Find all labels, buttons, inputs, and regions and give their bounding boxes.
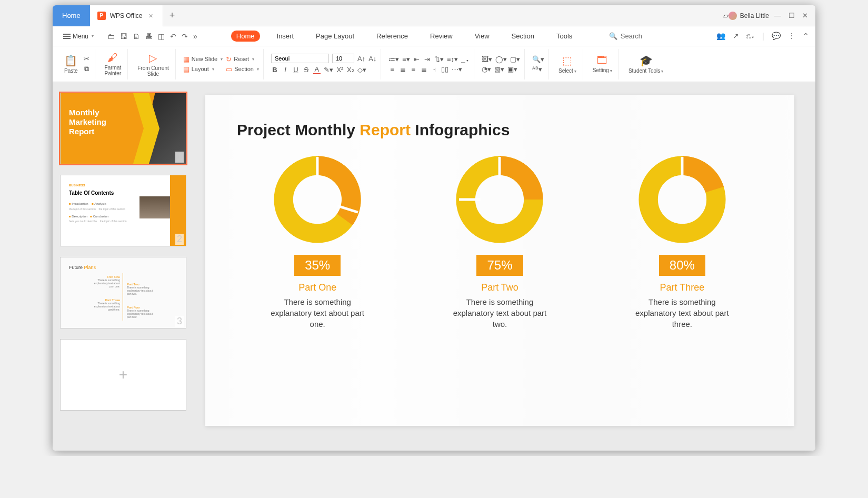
chart-part-two[interactable]: 75% Part Two There is something explanat… [452, 155, 547, 330]
close-window-icon[interactable]: ✕ [802, 12, 808, 19]
setting-button[interactable]: 🗔 Setting▾ [591, 53, 614, 75]
more-qat-icon[interactable]: » [193, 32, 197, 41]
search-icon: 🔍 [609, 32, 617, 40]
feedback-icon[interactable]: 💬 [772, 32, 781, 41]
replace-icon[interactable]: ᴬᴮ▾ [532, 65, 542, 73]
new-slide-button[interactable]: ▦New Slide▾ [183, 55, 223, 63]
tab-insert[interactable]: Insert [272, 31, 300, 42]
preview-icon[interactable]: ◫ [158, 32, 165, 41]
document-tab[interactable]: P WPS Office × [90, 5, 163, 26]
more-icon[interactable]: ⋮ [788, 32, 795, 41]
user-menu[interactable]: Bella Little [729, 12, 774, 20]
tablet-mode-icon[interactable]: ▱ [723, 12, 729, 19]
underline-button[interactable]: U [292, 66, 300, 74]
slide-thumbnail-1[interactable]: Monthly Marketing Report 1 [60, 93, 186, 164]
tab-review[interactable]: Review [425, 31, 458, 42]
layout-button[interactable]: ▤Layout▾ [183, 65, 223, 73]
font-size-select[interactable] [332, 54, 354, 63]
clear-format-button[interactable]: ◇▾ [357, 66, 366, 74]
cut-icon[interactable]: ✂ [83, 55, 91, 63]
distribute-button[interactable]: ⫞ [431, 65, 438, 73]
chart-part-one[interactable]: 35% Part One There is something explanat… [270, 155, 365, 330]
italic-button[interactable]: I [282, 66, 289, 74]
slideshow-group: ▷ From Current Slide [131, 49, 175, 79]
slide-thumbnail-2[interactable]: BUSINESS Table Of Contents ■ Introductio… [60, 175, 186, 246]
arrange-icon[interactable]: ▢▾ [510, 55, 520, 63]
align-center-button[interactable]: ≣ [399, 65, 406, 73]
part-title: Part Three [660, 282, 704, 293]
chart-part-three[interactable]: 80% Part Three There is something explan… [635, 155, 730, 330]
bullets-button[interactable]: ≔▾ [388, 55, 399, 63]
redo-icon[interactable]: ↷ [182, 32, 188, 41]
student-tools-button[interactable]: 🎓 Student Tools▾ [626, 53, 665, 75]
main-menu-button[interactable]: Menu ▾ [59, 31, 98, 42]
text-direction-button[interactable]: ⇅▾ [434, 55, 444, 63]
shapes-icon[interactable]: ◯▾ [495, 55, 507, 63]
numbering-button[interactable]: ≡▾ [402, 55, 410, 63]
justify-button[interactable]: ≣ [420, 65, 427, 73]
editing-group: 🔍▾ ᴬᴮ▾ [528, 49, 549, 79]
align-text-button[interactable]: ⎯▾ [461, 55, 470, 63]
find-icon[interactable]: 🔍▾ [532, 55, 544, 63]
subscript-button[interactable]: X₂ [347, 66, 354, 74]
upload-icon[interactable]: ↗ [733, 32, 739, 41]
part-title: Part Two [481, 282, 518, 293]
slide-title[interactable]: Project Monthly Report Infographics [237, 121, 763, 139]
add-slide-thumbnail[interactable]: + [60, 339, 186, 411]
line-spacing-button[interactable]: ≡↕▾ [447, 55, 458, 63]
tab-reference[interactable]: Reference [371, 31, 413, 42]
strike-button[interactable]: S [303, 66, 310, 74]
font-family-select[interactable] [271, 54, 329, 63]
part-description: There is something explanatory text abou… [452, 296, 547, 330]
align-left-button[interactable]: ≡ [388, 65, 396, 73]
open-icon[interactable]: 🗀 [107, 32, 115, 41]
more-para-button[interactable]: ⋯▾ [452, 65, 462, 73]
from-current-slide-button[interactable]: ▷ From Current Slide [135, 51, 171, 78]
titlebar-tools: 👥 ↗ ⎌▾ | 💬 ⋮ ⌃ [716, 32, 809, 41]
undo-icon[interactable]: ↶ [170, 32, 176, 41]
print-icon[interactable]: 🖶 [145, 32, 153, 41]
close-tab-icon[interactable]: × [146, 12, 155, 20]
font-color-button[interactable]: A [313, 65, 321, 74]
slide-thumbnails-panel[interactable]: Monthly Marketing Report 1 BUSINESS Tabl… [53, 82, 195, 451]
slide-canvas[interactable]: Project Monthly Report Infographics 35% [205, 95, 794, 426]
highlight-button[interactable]: ✎▾ [324, 66, 333, 74]
increase-indent-button[interactable]: ⇥ [424, 55, 431, 63]
new-tab-button[interactable]: + [163, 10, 182, 21]
tab-home[interactable]: Home [231, 31, 260, 42]
section-button[interactable]: ▭Section▾ [226, 65, 259, 73]
save-icon[interactable]: 🖫 [120, 32, 127, 41]
select-button[interactable]: ⬚ Select▾ [556, 53, 578, 75]
bold-button[interactable]: B [271, 66, 278, 74]
search-box[interactable]: 🔍 [609, 32, 704, 40]
reset-button[interactable]: ↻Reset▾ [226, 55, 259, 63]
columns-button[interactable]: ▯▯ [441, 65, 448, 73]
paste-button[interactable]: 📋 Paste [62, 53, 80, 75]
export-icon[interactable]: 🗎 [133, 32, 140, 41]
search-input[interactable] [621, 32, 684, 40]
decrease-indent-button[interactable]: ⇤ [413, 55, 421, 63]
grow-font-icon[interactable]: A↑ [357, 55, 365, 63]
shrink-font-icon[interactable]: A↓ [368, 55, 376, 63]
thumb-title: Monthly Marketing Report [69, 108, 106, 136]
history-icon[interactable]: ⎌▾ [746, 32, 755, 41]
effects-icon[interactable]: ▣▾ [507, 65, 517, 73]
fill-icon[interactable]: ◔▾ [482, 65, 491, 73]
tab-section[interactable]: Section [506, 31, 540, 42]
align-right-button[interactable]: ≡ [410, 65, 417, 73]
slide-canvas-area: Project Monthly Report Infographics 35% [195, 82, 815, 451]
tab-tools[interactable]: Tools [551, 31, 577, 42]
tab-view[interactable]: View [470, 31, 495, 42]
format-painter-button[interactable]: 🖌 Farmat Painter [103, 51, 124, 77]
copy-icon[interactable]: ⧉ [83, 65, 91, 73]
minimize-icon[interactable]: — [774, 12, 781, 19]
collapse-ribbon-icon[interactable]: ⌃ [803, 32, 809, 41]
maximize-icon[interactable]: ☐ [789, 12, 795, 19]
home-button[interactable]: Home [53, 5, 90, 26]
outline-icon[interactable]: ▧▾ [494, 65, 504, 73]
picture-icon[interactable]: 🖼▾ [482, 55, 492, 63]
slide-thumbnail-3[interactable]: Future Plans Part OneThere is something … [60, 257, 186, 328]
superscript-button[interactable]: X² [336, 66, 344, 74]
tab-page-layout[interactable]: Page Layout [311, 31, 360, 42]
share-icon[interactable]: 👥 [716, 32, 725, 41]
